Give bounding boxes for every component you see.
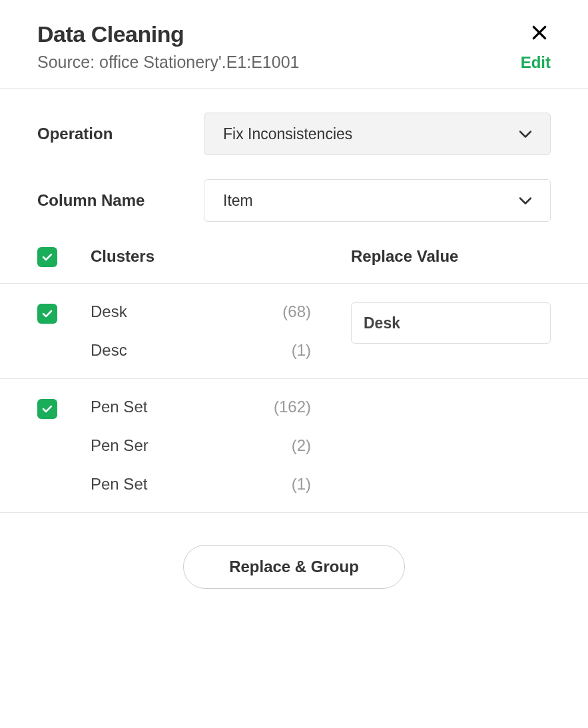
list-item: Desk (68) — [91, 302, 351, 321]
operation-label: Operation — [37, 125, 177, 143]
column-name-select[interactable]: Item — [204, 179, 551, 222]
close-icon — [531, 24, 548, 41]
header-top-row: Data Cleaning — [37, 21, 551, 47]
chevron-down-icon — [519, 197, 531, 204]
list-item: Pen Ser (2) — [91, 436, 351, 455]
checkmark-icon — [42, 310, 53, 318]
cluster-name: Pen Set — [91, 475, 147, 494]
replace-column — [351, 398, 551, 494]
cluster-count: (162) — [274, 398, 311, 416]
chevron-down-icon — [519, 131, 531, 138]
checkbox-column — [37, 398, 91, 494]
cluster-count: (2) — [292, 436, 311, 455]
cluster-name: Pen Set — [91, 398, 147, 416]
cluster-name: Pen Ser — [91, 436, 148, 455]
replace-value-input[interactable] — [351, 302, 551, 344]
form-section: Operation Fix Inconsistencies Column Nam… — [0, 89, 588, 246]
select-all-checkbox[interactable] — [37, 247, 57, 267]
source-label: Source: office Stationery'.E1:E1001 — [37, 53, 299, 72]
table-header: Clusters Replace Value — [0, 246, 588, 284]
cluster-count: (68) — [282, 302, 311, 321]
checkmark-icon — [42, 405, 53, 413]
list-item: Desc (1) — [91, 341, 351, 360]
cluster-count: (1) — [292, 341, 311, 360]
row-checkbox[interactable] — [37, 399, 57, 419]
replace-group-button[interactable]: Replace & Group — [183, 545, 405, 589]
operation-select[interactable]: Fix Inconsistencies — [204, 113, 551, 155]
column-name-value: Item — [223, 192, 253, 210]
close-button[interactable] — [528, 21, 551, 47]
list-item: Pen Set (162) — [91, 398, 351, 416]
cluster-list: Pen Set (162) Pen Ser (2) Pen Set (1) — [91, 398, 351, 494]
operation-value: Fix Inconsistencies — [223, 125, 352, 143]
edit-link[interactable]: Edit — [521, 53, 551, 72]
dialog-footer: Replace & Group — [0, 513, 588, 621]
checkbox-column — [37, 302, 91, 360]
replace-column — [351, 302, 551, 360]
cluster-list: Desk (68) Desc (1) — [91, 302, 351, 360]
table-row: Desk (68) Desc (1) — [0, 284, 588, 379]
checkbox-column — [37, 246, 91, 267]
checkmark-icon — [42, 253, 53, 261]
column-name-label: Column Name — [37, 191, 177, 210]
page-title: Data Cleaning — [37, 21, 184, 47]
replace-header: Replace Value — [351, 247, 551, 266]
operation-row: Operation Fix Inconsistencies — [37, 113, 551, 155]
cluster-count: (1) — [292, 475, 311, 494]
list-item: Pen Set (1) — [91, 475, 351, 494]
table-row: Pen Set (162) Pen Ser (2) Pen Set (1) — [0, 379, 588, 513]
dialog-container: Data Cleaning Source: office Stationery'… — [0, 0, 588, 621]
column-name-row: Column Name Item — [37, 179, 551, 222]
clusters-header: Clusters — [91, 247, 351, 266]
cluster-name: Desc — [91, 341, 127, 360]
row-checkbox[interactable] — [37, 304, 57, 324]
dialog-header: Data Cleaning Source: office Stationery'… — [0, 0, 588, 89]
cluster-name: Desk — [91, 302, 127, 321]
source-row: Source: office Stationery'.E1:E1001 Edit — [37, 53, 551, 72]
